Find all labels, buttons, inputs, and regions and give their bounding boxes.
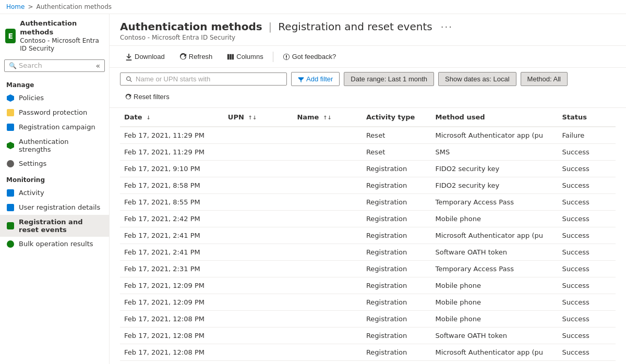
sidebar-item-activity[interactable]: Activity [0, 186, 109, 200]
cell-status: Success [558, 244, 616, 261]
cell-upn [224, 194, 293, 211]
download-button[interactable]: Download [120, 50, 170, 63]
cell-status: Success [558, 261, 616, 277]
cell-status: Success [558, 327, 616, 344]
method-filter-button[interactable]: Method: All [521, 72, 568, 86]
svg-rect-2 [232, 54, 234, 59]
sidebar-item-settings[interactable]: Settings [0, 156, 109, 171]
col-header-date[interactable]: Date ↓ [120, 108, 224, 127]
cell-activity-type: Registration [362, 244, 431, 261]
col-header-upn[interactable]: UPN ↑↓ [224, 108, 293, 127]
sidebar-item-label: Policies [19, 94, 44, 102]
collapse-button[interactable]: « [95, 62, 100, 70]
main-content: Authentication methods | Registration an… [110, 14, 626, 364]
filter-search-box[interactable] [120, 72, 287, 86]
policies-icon [6, 94, 15, 102]
sidebar-item-policies[interactable]: Policies [0, 91, 109, 105]
svg-line-4 [130, 80, 131, 81]
cell-date: Feb 17, 2021, 2:41 PM [120, 227, 224, 244]
table-row[interactable]: Feb 17, 2021, 11:29 PM Reset Microsoft A… [120, 127, 616, 144]
table-row[interactable]: Feb 17, 2021, 9:10 PM Registration FIDO2… [120, 161, 616, 177]
cell-date: Feb 17, 2021, 12:08 PM [120, 344, 224, 361]
cell-activity-type: Registration [362, 194, 431, 211]
table-row[interactable]: Feb 17, 2021, 12:09 PM Registration Mobi… [120, 277, 616, 294]
sidebar-item-password-protection[interactable]: Password protection [0, 105, 109, 120]
cell-name [293, 177, 362, 194]
toolbar: Download Refresh Columns Got feedback? [110, 46, 626, 68]
cell-date: Feb 17, 2021, 2:31 PM [120, 261, 224, 277]
page-header: Authentication methods | Registration an… [110, 14, 626, 46]
cell-upn [224, 127, 293, 144]
cell-status: Success [558, 144, 616, 161]
cell-method-used: Software OATH token [431, 244, 558, 261]
sidebar-search-area: 🔍 Search « [0, 57, 109, 76]
activity-icon [6, 189, 15, 197]
feedback-button[interactable]: Got feedback? [278, 50, 342, 63]
cell-method-used: Temporary Access Pass [431, 194, 558, 211]
reset-filters-button[interactable]: Reset filters [120, 90, 175, 103]
cell-upn [224, 144, 293, 161]
cell-upn [224, 311, 293, 327]
bulk-icon [6, 240, 15, 248]
filter-search-icon [126, 76, 133, 83]
table-row[interactable]: Feb 17, 2021, 11:29 PM Reset SMS Success [120, 144, 616, 161]
cell-name [293, 227, 362, 244]
table-row[interactable]: Feb 17, 2021, 8:55 PM Registration Tempo… [120, 194, 616, 211]
add-filter-button[interactable]: Add filter [291, 72, 340, 86]
more-options-button[interactable]: ··· [441, 21, 453, 32]
sidebar-item-registration-and-reset-events[interactable]: Registration and reset events [0, 215, 109, 237]
cell-status: Success [558, 194, 616, 211]
sidebar-search-box[interactable]: 🔍 Search « [4, 59, 105, 72]
cell-upn [224, 327, 293, 344]
svg-rect-1 [230, 54, 232, 59]
cell-name [293, 144, 362, 161]
table-row[interactable]: Feb 17, 2021, 12:09 PM Registration Mobi… [120, 294, 616, 311]
cell-upn [224, 344, 293, 361]
table-header-row: Date ↓ UPN ↑↓ Name ↑↓ Activity type Meth… [120, 108, 616, 127]
columns-button[interactable]: Columns [222, 50, 268, 63]
events-table: Date ↓ UPN ↑↓ Name ↑↓ Activity type Meth… [120, 108, 616, 361]
sidebar-item-registration-campaign[interactable]: Registration campaign [0, 120, 109, 135]
col-header-activity-type: Activity type [362, 108, 431, 127]
reset-icon [125, 94, 131, 100]
search-input[interactable] [136, 75, 281, 83]
cell-name [293, 311, 362, 327]
sidebar-item-bulk-operation-results[interactable]: Bulk operation results [0, 237, 109, 251]
cell-status: Success [558, 161, 616, 177]
sidebar-item-user-registration-details[interactable]: User registration details [0, 200, 109, 215]
table-row[interactable]: Feb 17, 2021, 2:42 PM Registration Mobil… [120, 211, 616, 227]
cell-activity-type: Registration [362, 277, 431, 294]
campaign-icon [6, 123, 15, 131]
table-row[interactable]: Feb 17, 2021, 8:58 PM Registration FIDO2… [120, 177, 616, 194]
breadcrumb-home[interactable]: Home [6, 3, 25, 10]
col-header-method-used: Method used [431, 108, 558, 127]
table-body: Feb 17, 2021, 11:29 PM Reset Microsoft A… [120, 127, 616, 361]
page-header-title-row: Authentication methods | Registration an… [120, 20, 616, 33]
cell-method-used: Temporary Access Pass [431, 261, 558, 277]
search-placeholder-text: Search [19, 62, 42, 69]
cell-activity-type: Registration [362, 327, 431, 344]
cell-method-used: Mobile phone [431, 277, 558, 294]
feedback-icon [283, 53, 290, 60]
table-row[interactable]: Feb 17, 2021, 12:08 PM Registration Soft… [120, 327, 616, 344]
table-row[interactable]: Feb 17, 2021, 2:31 PM Registration Tempo… [120, 261, 616, 277]
date-range-button[interactable]: Date range: Last 1 month [344, 72, 434, 86]
table-row[interactable]: Feb 17, 2021, 2:41 PM Registration Softw… [120, 244, 616, 261]
cell-upn [224, 227, 293, 244]
refresh-button[interactable]: Refresh [174, 50, 218, 63]
cell-name [293, 344, 362, 361]
breadcrumb-separator: > [28, 3, 33, 10]
table-row[interactable]: Feb 17, 2021, 12:08 PM Registration Mobi… [120, 311, 616, 327]
cell-date: Feb 17, 2021, 9:10 PM [120, 161, 224, 177]
col-header-name[interactable]: Name ↑↓ [293, 108, 362, 127]
password-icon [6, 108, 15, 117]
sidebar-item-authentication-strengths[interactable]: Authentication strengths [0, 135, 109, 156]
show-dates-button[interactable]: Show dates as: Local [438, 72, 516, 86]
cell-activity-type: Registration [362, 261, 431, 277]
app-logo: E [5, 29, 16, 43]
data-table-container: Date ↓ UPN ↑↓ Name ↑↓ Activity type Meth… [110, 108, 626, 364]
table-row[interactable]: Feb 17, 2021, 2:41 PM Registration Micro… [120, 227, 616, 244]
sidebar-item-label: Bulk operation results [19, 240, 93, 248]
sidebar-title: Authentication methods Contoso - Microso… [20, 19, 104, 53]
table-row[interactable]: Feb 17, 2021, 12:08 PM Registration Micr… [120, 344, 616, 361]
